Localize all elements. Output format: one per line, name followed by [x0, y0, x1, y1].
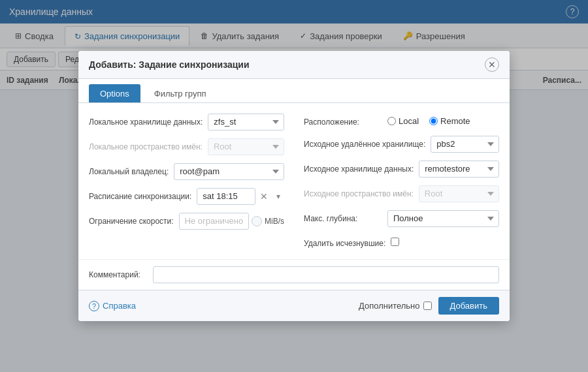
modal-header: Добавить: Задание синхронизации ✕ — [78, 51, 510, 79]
source-storage-select[interactable]: remotestore — [419, 161, 499, 178]
local-storage-select[interactable]: zfs_st — [208, 114, 284, 131]
schedule-input[interactable] — [197, 188, 255, 205]
local-namespace-row: Локальное пространство имён: Root — [89, 138, 284, 155]
speed-unit-label: MiB/s — [265, 217, 284, 226]
schedule-chevron-icon[interactable]: ▾ — [272, 191, 284, 202]
source-storage-row: Исходное хранилище данных: remotestore — [304, 161, 499, 178]
schedule-row: Расписание синхронизации: ✕ ▾ — [89, 188, 284, 205]
local-storage-row: Локальное хранилище данных: zfs_st — [89, 114, 284, 131]
location-local-radio[interactable]: Local — [387, 116, 419, 126]
source-namespace-label: Исходное пространство имён: — [304, 185, 414, 200]
source-namespace-select[interactable]: Root — [419, 185, 499, 202]
source-storage-wrap: remotestore — [419, 161, 499, 178]
location-label: Расположение: — [304, 114, 382, 128]
comment-input[interactable] — [153, 266, 499, 283]
speed-toggle-button[interactable] — [252, 216, 262, 226]
modal-footer: ? Справка Дополнительно Добавить — [78, 290, 510, 321]
speed-label: Ограничение скорости: — [89, 213, 174, 227]
footer-right: Дополнительно Добавить — [359, 297, 499, 315]
comment-label: Комментарий: — [89, 270, 148, 279]
delete-vanished-wrap — [391, 235, 499, 246]
location-row: Расположение: Local Remote — [304, 114, 499, 128]
modal-tab-options[interactable]: Options — [89, 84, 140, 102]
source-storage-label: Исходное хранилище данных: — [304, 161, 414, 175]
location-remote-radio[interactable]: Remote — [429, 116, 470, 126]
remote-storage-select[interactable]: pbs2 — [431, 136, 499, 153]
location-remote-label: Remote — [440, 116, 470, 126]
source-namespace-wrap: Root — [419, 185, 499, 202]
schedule-clear-button[interactable]: ✕ — [258, 191, 270, 202]
local-owner-select[interactable]: root@pam — [174, 163, 284, 180]
comment-section: Комментарий: — [78, 259, 510, 290]
help-button[interactable]: ? Справка — [89, 301, 136, 311]
local-owner-row: Локальный владелец: root@pam — [89, 163, 284, 180]
speed-wrap: MiB/s — [179, 213, 284, 230]
max-depth-wrap: Полное — [387, 210, 499, 227]
delete-vanished-row: Удалить исчезнувшие: — [304, 235, 499, 249]
local-storage-wrap: zfs_st — [208, 114, 284, 131]
modal-title: Добавить: Задание синхронизации — [89, 59, 250, 70]
max-depth-label: Макс. глубина: — [304, 210, 382, 225]
form-right-col: Расположение: Local Remote — [304, 114, 499, 249]
schedule-wrap: ✕ ▾ — [197, 188, 284, 205]
local-namespace-select[interactable]: Root — [208, 138, 284, 155]
schedule-label: Расписание синхронизации: — [89, 188, 191, 202]
max-depth-row: Макс. глубина: Полное — [304, 210, 499, 227]
max-depth-select[interactable]: Полное — [387, 210, 499, 227]
help-label: Справка — [103, 301, 136, 311]
delete-vanished-checkbox[interactable] — [391, 238, 399, 246]
remote-storage-wrap: pbs2 — [431, 136, 499, 153]
modal-body: Локальное хранилище данных: zfs_st Локал… — [78, 103, 510, 259]
advanced-checkbox[interactable] — [423, 302, 432, 310]
modal-tabs: Options Фильтр групп — [78, 79, 510, 103]
modal-dialog: Добавить: Задание синхронизации ✕ Option… — [78, 51, 510, 321]
speed-row: Ограничение скорости: MiB/s — [89, 213, 284, 230]
help-circle-icon: ? — [89, 301, 99, 311]
local-namespace-wrap: Root — [208, 138, 284, 155]
remote-storage-label: Исходное удалённое хранилище: — [304, 136, 425, 150]
comment-row: Комментарий: — [89, 260, 499, 283]
local-storage-label: Локальное хранилище данных: — [89, 114, 203, 128]
location-local-label: Local — [399, 116, 419, 126]
local-owner-label: Локальный владелец: — [89, 163, 169, 178]
modal-tab-filter[interactable]: Фильтр групп — [143, 84, 218, 102]
form-left-col: Локальное хранилище данных: zfs_st Локал… — [89, 114, 284, 249]
local-owner-wrap: root@pam — [174, 163, 284, 180]
local-namespace-label: Локальное пространство имён: — [89, 138, 203, 153]
source-namespace-row: Исходное пространство имён: Root — [304, 185, 499, 202]
modal-overlay: Добавить: Задание синхронизации ✕ Option… — [0, 0, 588, 372]
add-submit-button[interactable]: Добавить — [438, 297, 499, 315]
advanced-wrap: Дополнительно — [359, 301, 432, 311]
remote-storage-row: Исходное удалённое хранилище: pbs2 — [304, 136, 499, 153]
delete-vanished-label: Удалить исчезнувшие: — [304, 235, 385, 249]
location-wrap: Local Remote — [387, 114, 499, 126]
speed-input[interactable] — [179, 213, 249, 230]
advanced-label: Дополнительно — [359, 301, 420, 311]
modal-close-button[interactable]: ✕ — [485, 57, 499, 72]
